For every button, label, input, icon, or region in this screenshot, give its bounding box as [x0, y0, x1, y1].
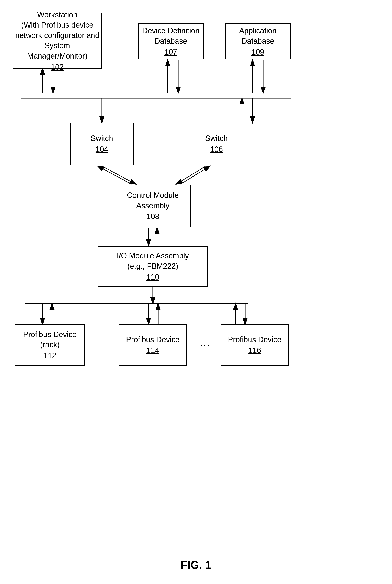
profibus-114-label: Profibus Device: [126, 334, 180, 345]
switch-104-label: Switch: [90, 133, 113, 144]
app-db-number: 109: [252, 47, 264, 57]
workstation-box: Workstation (With Profibus device networ…: [13, 13, 102, 69]
control-module-label: Control ModuleAssembly: [127, 190, 179, 211]
io-module-label: I/O Module Assembly(e.g., FBM222): [117, 251, 189, 271]
svg-text:...: ...: [200, 334, 210, 349]
control-module-number: 108: [146, 212, 159, 222]
device-def-db-box: Device DefinitionDatabase 107: [138, 23, 204, 60]
svg-line-14: [102, 166, 136, 184]
profibus-114-number: 114: [146, 346, 159, 356]
workstation-label: Workstation (With Profibus device networ…: [13, 10, 101, 61]
profibus-112-number: 112: [44, 351, 56, 361]
io-module-box: I/O Module Assembly(e.g., FBM222) 110: [98, 246, 208, 286]
profibus-116-label: Profibus Device: [228, 334, 282, 345]
svg-line-16: [176, 166, 206, 184]
workstation-number: 102: [51, 62, 64, 72]
device-def-db-label: Device DefinitionDatabase: [142, 26, 200, 46]
app-db-label: ApplicationDatabase: [239, 26, 276, 46]
profibus-116-box: Profibus Device 116: [221, 324, 289, 366]
io-module-number: 110: [146, 272, 159, 282]
profibus-112-box: Profibus Device(rack) 112: [15, 324, 85, 366]
figure-label: FIG. 1: [180, 558, 211, 571]
svg-line-17: [180, 166, 210, 184]
switch-104-number: 104: [96, 144, 108, 154]
profibus-112-label: Profibus Device(rack): [23, 330, 76, 350]
control-module-box: Control ModuleAssembly 108: [114, 185, 191, 227]
profibus-116-number: 116: [248, 346, 261, 356]
app-db-box: ApplicationDatabase 109: [225, 23, 291, 60]
device-def-db-number: 107: [164, 47, 177, 57]
switch-104-box: Switch 104: [70, 123, 134, 165]
switch-106-label: Switch: [205, 133, 228, 144]
switch-106-number: 106: [210, 144, 223, 154]
diagram-container: ... Workstation (With Profibus device ne…: [0, 0, 392, 552]
switch-106-box: Switch 106: [185, 123, 248, 165]
svg-line-15: [98, 166, 132, 184]
profibus-114-box: Profibus Device 114: [119, 324, 187, 366]
